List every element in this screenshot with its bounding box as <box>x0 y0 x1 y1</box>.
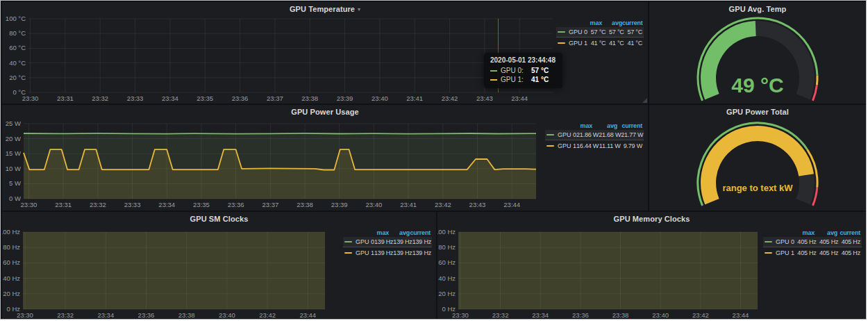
legend-value: 139 Hz <box>412 238 431 245</box>
legend-value: 21.77 W <box>621 131 643 138</box>
gauge-gpu-avg-temp: 49 °C <box>649 16 866 104</box>
chart-gpu-temperature[interactable]: 0 °C20 °C40 °C60 °C80 °C100 °C23:3023:31… <box>2 16 556 104</box>
y-axis-tick-label: 40 Hz <box>3 274 20 282</box>
panel-header[interactable]: GPU Power Total <box>649 105 866 119</box>
tooltip-series-name: GPU 1: <box>501 75 531 84</box>
chevron-down-icon: ▾ <box>358 6 360 13</box>
y-axis-tick-label: 100 °C <box>6 16 26 22</box>
chart-canvas[interactable]: 0 W5 W10 W15 W20 W25 W23:3023:3123:3223:… <box>2 119 545 211</box>
legend-series-name[interactable]: GPU 1 <box>569 40 587 47</box>
y-axis-tick-label: 20 Hz <box>3 290 20 297</box>
legend-series-name[interactable]: GPU 1 <box>356 249 374 256</box>
tooltip-series-value: 57 °C <box>531 66 549 75</box>
x-axis-tick-label: 23:38 <box>612 311 629 319</box>
legend-value: 16.44 W <box>576 142 599 149</box>
x-axis-tick-label: 23:33 <box>127 94 144 102</box>
x-axis-tick-label: 23:32 <box>492 311 509 319</box>
gauge-threshold-ring <box>817 76 817 85</box>
chart-gpu-power-usage[interactable]: 0 W5 W10 W15 W20 W25 W23:3023:3123:3223:… <box>2 119 545 211</box>
tooltip-series-name: GPU 0: <box>501 66 531 75</box>
chart-gpu-sm-clocks[interactable]: 0 Hz20 Hz40 Hz60 Hz80 Hz100 Hz23:3023:32… <box>2 226 343 319</box>
legend-row-gpu-0[interactable]: GPU 0405 Hz405 Hz405 Hz <box>763 237 862 247</box>
chart-canvas[interactable]: 0 °C20 °C40 °C60 °C80 °C100 °C23:3023:31… <box>2 16 556 104</box>
y-axis-tick-label: 20 °C <box>9 74 26 81</box>
x-axis-tick-label: 23:43 <box>476 94 493 102</box>
x-axis-tick-label: 23:43 <box>469 201 486 208</box>
resize-handle[interactable] <box>642 98 647 103</box>
series-fill-gpu-1 <box>23 232 325 309</box>
chart-canvas[interactable]: 0 Hz20 Hz40 Hz60 Hz80 Hz100 Hz23:3023:32… <box>2 226 343 319</box>
legend-row-gpu-1[interactable]: GPU 1139 Hz139 Hz139 Hz <box>343 247 432 258</box>
panel-title-gpu-sm-clocks[interactable]: GPU SM Clocks <box>190 215 249 223</box>
legend-column-header-max: max <box>567 122 592 129</box>
legend-row-gpu-1[interactable]: GPU 116.44 W11.11 W9.79 W <box>545 140 644 151</box>
x-axis-tick-label: 23:42 <box>435 201 451 208</box>
legend-value: 405 Hz <box>794 238 817 245</box>
chart-canvas[interactable]: 0 Hz20 Hz40 Hz60 Hz80 Hz100 Hz23:3023:32… <box>437 226 763 319</box>
legend-column-header-avg: avg <box>602 19 622 26</box>
series-line-gpu-0 <box>24 133 536 134</box>
legend-series-name[interactable]: GPU 1 <box>558 142 576 149</box>
panel-header[interactable]: GPU Avg. Temp <box>649 2 866 16</box>
legend-row-gpu-0[interactable]: GPU 057 °C57 °C57 °C <box>556 27 644 38</box>
legend-value: 139 Hz <box>393 238 412 245</box>
y-axis-tick-label: 40 °C <box>9 59 26 67</box>
panel-title-gpu-power-usage[interactable]: GPU Power Usage <box>291 108 358 116</box>
legend-value: 57 °C <box>624 28 642 35</box>
legend-column-header-avg: avg <box>815 229 837 236</box>
x-axis-tick-label: 23:35 <box>193 201 210 208</box>
x-axis-tick-label: 23:32 <box>57 311 74 319</box>
legend-value: 405 Hz <box>794 249 817 256</box>
legend-series-color-dash <box>558 42 565 44</box>
x-axis-tick-label: 23:44 <box>733 311 749 319</box>
legend-row-gpu-0[interactable]: GPU 0139 Hz139 Hz139 Hz <box>343 237 432 247</box>
legend-value: 57 °C <box>606 28 624 35</box>
x-axis-tick-label: 23:35 <box>197 94 213 102</box>
legend-gpu-temperature: maxavgcurrentGPU 057 °C57 °C57 °CGPU 141… <box>556 16 648 104</box>
panel-header[interactable]: GPU Memory Clocks <box>437 212 866 226</box>
x-axis-tick-label: 23:30 <box>17 311 33 319</box>
x-axis-tick-label: 23:31 <box>55 201 72 208</box>
y-axis-tick-label: 25 W <box>6 120 21 127</box>
panel-gpu-power-total: GPU Power Total range to text kW <box>649 105 866 211</box>
legend-value: 405 Hz <box>838 249 860 256</box>
panel-title-gpu-avg-temp[interactable]: GPU Avg. Temp <box>729 5 787 13</box>
legend-series-name[interactable]: GPU 1 <box>776 249 794 256</box>
legend-gpu-power-usage: maxavgcurrentGPU 021.86 W21.68 W21.77 WG… <box>545 119 648 211</box>
legend-series-name[interactable]: GPU 0 <box>776 238 794 245</box>
x-axis-tick-label: 23:39 <box>331 201 348 208</box>
panel-title-gpu-memory-clocks[interactable]: GPU Memory Clocks <box>614 215 690 223</box>
legend-row-gpu-1[interactable]: GPU 1405 Hz405 Hz405 Hz <box>763 247 862 258</box>
panel-header[interactable]: GPU SM Clocks <box>2 212 436 226</box>
legend-column-header-current: current <box>837 229 860 236</box>
x-axis-tick-label: 23:38 <box>178 311 195 319</box>
y-axis-tick-label: 15 W <box>6 149 21 157</box>
legend-value: 41 °C <box>606 40 624 47</box>
legend-value: 405 Hz <box>838 238 860 245</box>
legend-value: 139 Hz <box>374 249 393 256</box>
legend-value: 57 °C <box>587 28 606 35</box>
tooltip-series-value: 41 °C <box>531 75 549 84</box>
panel-gpu-avg-temp: GPU Avg. Temp 49 °C <box>649 2 866 104</box>
legend-series-name[interactable]: GPU 0 <box>569 28 587 35</box>
gauge-canvas: range to text kW <box>649 119 866 211</box>
gauge-value-text: range to text kW <box>722 183 793 193</box>
chart-gpu-memory-clocks[interactable]: 0 Hz20 Hz40 Hz60 Hz80 Hz100 Hz23:3023:32… <box>437 226 763 319</box>
legend-header-row: maxavgcurrent <box>556 18 644 27</box>
chart-tooltip: 2020-05-01 23:44:48 GPU 0:57 °CGPU 1:41 … <box>484 53 562 88</box>
y-axis-tick-label: 5 W <box>9 179 21 187</box>
legend-series-name[interactable]: GPU 0 <box>356 238 374 245</box>
x-axis-tick-label: 23:44 <box>299 311 316 319</box>
panel-title-gpu-power-total[interactable]: GPU Power Total <box>726 108 789 116</box>
panel-header[interactable]: GPU Temperature ▾ <box>2 2 648 16</box>
x-axis-tick-label: 23:30 <box>22 94 39 102</box>
y-axis-tick-label: 10 W <box>6 165 21 172</box>
legend-series-name[interactable]: GPU 0 <box>558 131 576 138</box>
y-axis-tick-label: 60 Hz <box>3 258 20 266</box>
y-axis-tick-label: 80 Hz <box>438 243 456 251</box>
panel-title-gpu-temperature[interactable]: GPU Temperature <box>290 5 355 13</box>
legend-row-gpu-1[interactable]: GPU 141 °C41 °C41 °C <box>556 38 644 48</box>
legend-value: 41 °C <box>587 40 606 47</box>
panel-header[interactable]: GPU Power Usage <box>2 105 648 119</box>
legend-row-gpu-0[interactable]: GPU 021.86 W21.68 W21.77 W <box>545 130 644 140</box>
